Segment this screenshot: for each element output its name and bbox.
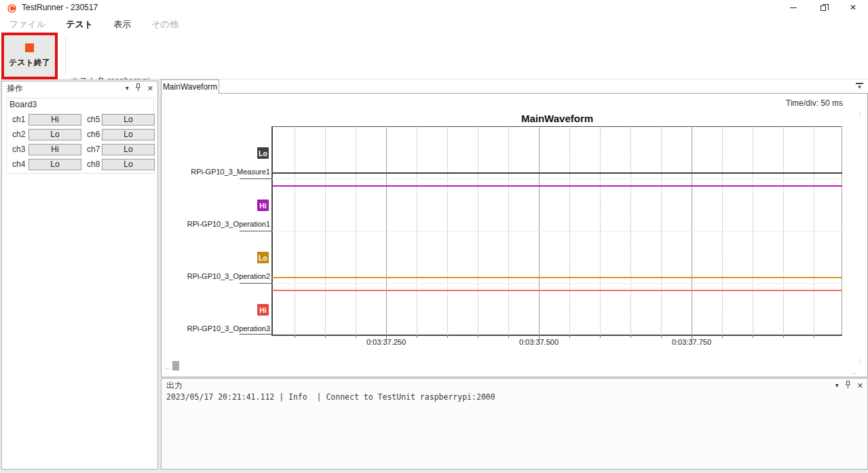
channel-band-separator <box>272 178 842 179</box>
channel-state-badge: Lo <box>257 252 269 263</box>
x-axis-tick <box>814 335 814 338</box>
chart-title: MainWaveform <box>272 113 842 124</box>
waveform-trace <box>272 172 842 174</box>
channel-axis-tick <box>240 231 272 231</box>
output-panel-title: 出力 <box>166 380 183 392</box>
waveform-trace <box>272 185 842 187</box>
title-bar: TestRunner - 230517 ✕ <box>0 0 868 15</box>
stop-test-button[interactable]: テスト終了 <box>4 35 55 77</box>
minimize-icon <box>790 7 797 8</box>
x-axis-tick <box>753 335 753 338</box>
channel-axis-tick <box>240 334 272 335</box>
x-axis-label: 0:03:37.750 <box>658 338 725 346</box>
waveform-trace <box>272 290 842 291</box>
channel-axis-tick <box>240 283 272 284</box>
scroll-up-icon[interactable]: ↑ <box>858 110 862 118</box>
menu-item-test[interactable]: テスト <box>66 18 93 31</box>
x-axis-tick <box>630 335 631 338</box>
channel-axis-tick <box>240 178 272 179</box>
x-axis-tick <box>295 335 295 338</box>
channel-label-ch4: ch4 <box>8 159 29 169</box>
channel-toggle-ch4[interactable]: Lo <box>29 159 81 170</box>
channel-label: RPi-GP10_3_Operation1 <box>182 220 270 228</box>
menu-item-view[interactable]: 表示 <box>113 18 131 31</box>
maximize-button[interactable] <box>808 0 838 15</box>
x-axis-label: 0:03:37.250 <box>352 338 420 346</box>
minimize-button[interactable] <box>778 0 808 15</box>
plot-x-axis <box>271 335 842 336</box>
operation-panel: 操作 ▾ ✕ Board3 ch1Hich5Loch2Loch6Loch3Hic… <box>1 81 158 470</box>
channel-label: RPi-GP10_3_Operation2 <box>182 272 270 280</box>
log-lines: 2023/05/17 20:21:41.112 | Info | Connect… <box>166 392 863 403</box>
operation-panel-title: 操作 <box>7 83 23 94</box>
channel-label-ch7: ch7 <box>83 145 102 154</box>
toolbar-separator <box>65 38 66 75</box>
waveform-view: Time/div: 50 ms MainWaveform RPi-GP10_3_… <box>161 93 868 377</box>
scroll-right-icon[interactable]: → <box>849 368 857 376</box>
waveform-trace <box>272 277 842 278</box>
close-icon: ✕ <box>850 3 856 12</box>
chart-layer: RPi-GP10_3_Measure1LoRPi-GP10_3_Operatio… <box>272 126 842 335</box>
stop-test-button-label: テスト終了 <box>9 57 50 69</box>
stop-square-icon <box>25 43 34 52</box>
channel-toggle-ch5[interactable]: Lo <box>102 114 155 126</box>
channel-toggle-ch6[interactable]: Lo <box>102 129 155 140</box>
scrollbar-thumb[interactable] <box>172 361 179 371</box>
app-icon <box>7 3 16 12</box>
channel-toggle-ch8[interactable]: Lo <box>102 159 155 170</box>
channel-label-ch3: ch3 <box>8 145 29 154</box>
channel-label-ch2: ch2 <box>8 130 29 139</box>
channel-label-ch6: ch6 <box>83 130 102 139</box>
tab-mainwaveform[interactable]: MainWaveform <box>161 79 219 94</box>
x-axis-tick <box>783 335 784 338</box>
x-axis-tick <box>325 335 326 338</box>
channel-label-ch8: ch8 <box>83 159 102 169</box>
channel-band-separator <box>272 283 842 284</box>
restore-icon <box>820 5 826 11</box>
menu-bar: ファイルテスト表示その他 <box>0 15 868 34</box>
time-div-label: Time/div: 50 ms <box>786 98 843 108</box>
channel-toggle-ch7[interactable]: Lo <box>102 144 155 155</box>
plot-border-top <box>272 126 842 127</box>
channel-label: RPi-GP10_3_Measure1 <box>182 168 270 176</box>
channel-toggle-ch2[interactable]: Lo <box>29 129 81 140</box>
scroll-left-icon[interactable]: ← <box>164 363 172 371</box>
close-button[interactable]: ✕ <box>838 0 868 15</box>
channel-label-ch1: ch1 <box>8 115 29 124</box>
output-panel: 出力 ▾ ✕ 2023/05/17 20:21:41.112 | Info | … <box>161 378 868 470</box>
board-groupbox: Board3 ch1Hich5Loch2Loch6Loch3Hich7Loch4… <box>6 98 154 174</box>
x-axis-tick <box>600 335 601 338</box>
chevron-down-icon[interactable]: ▾ <box>126 85 129 92</box>
tab-strip <box>161 79 868 93</box>
window-title: TestRunner - 230517 <box>22 3 98 12</box>
channel-state-badge: Hi <box>257 200 269 211</box>
channel-label: RPi-GP10_3_Operation3 <box>182 324 270 333</box>
pin-icon[interactable] <box>845 381 851 390</box>
scroll-down-icon[interactable]: ↓ <box>858 356 862 364</box>
chevron-down-icon[interactable]: ▾ <box>835 382 839 389</box>
x-axis-tick <box>447 335 448 338</box>
channel-state-badge: Hi <box>257 304 269 316</box>
channel-label-ch5: ch5 <box>83 115 102 124</box>
window-controls: ✕ <box>778 0 868 15</box>
channel-grid: ch1Hich5Loch2Loch6Loch3Hich7Loch4Loch8Lo <box>8 112 156 172</box>
menu-item-file[interactable]: ファイル <box>10 18 45 31</box>
toolbar: テスト終了 ホスト名 raspberrypi ポート 2000 <box>0 34 868 79</box>
board-name: Board3 <box>10 100 37 109</box>
menu-item-other[interactable]: その他 <box>151 18 178 31</box>
operation-panel-header: 操作 ▾ ✕ <box>2 81 157 95</box>
channel-toggle-ch1[interactable]: Hi <box>29 114 81 126</box>
x-axis-label: 0:03:37.500 <box>505 338 573 346</box>
close-panel-icon[interactable]: ✕ <box>147 85 153 92</box>
channel-toggle-ch3[interactable]: Hi <box>29 144 81 155</box>
output-panel-header: 出力 ▾ ✕ <box>162 379 867 392</box>
x-axis-tick <box>478 335 478 338</box>
log-line: 2023/05/17 20:21:41.112 | Info | Connect… <box>166 392 863 403</box>
tab-list-icon[interactable]: ▾ <box>856 83 863 90</box>
channel-state-badge: Lo <box>257 147 269 159</box>
channel-band-separator <box>272 231 842 231</box>
pin-icon[interactable] <box>135 83 141 93</box>
close-panel-icon[interactable]: ✕ <box>857 382 863 390</box>
annotation-highlight-box: テスト終了 <box>1 33 58 79</box>
